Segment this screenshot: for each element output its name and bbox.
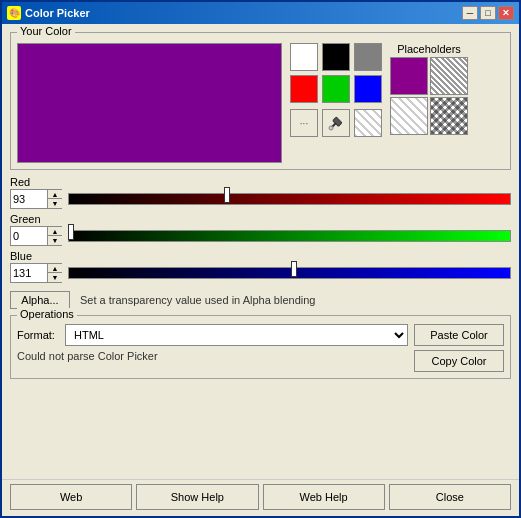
placeholders-area: Placeholders [390, 43, 468, 135]
placeholder-hatched-2[interactable] [390, 97, 428, 135]
red-spin-down[interactable]: ▼ [48, 199, 62, 208]
green-track-container [68, 226, 511, 246]
swatch-row-2 [290, 75, 382, 103]
red-slider-row: 93 ▲ ▼ [10, 189, 511, 209]
green-slider-row: 0 ▲ ▼ [10, 226, 511, 246]
green-label: Green [10, 213, 511, 225]
blue-spin-down[interactable]: ▼ [48, 273, 62, 282]
main-content: Your Color [2, 24, 519, 479]
green-input[interactable]: 0 [11, 227, 47, 245]
format-label: Format: [17, 329, 59, 341]
eyedropper-button[interactable] [322, 109, 350, 137]
red-spin-up[interactable]: ▲ [48, 190, 62, 199]
close-button[interactable]: Close [389, 484, 511, 510]
bottom-bar: Web Show Help Web Help Close [2, 479, 519, 516]
blue-input[interactable]: 131 [11, 264, 47, 282]
format-select[interactable]: HTML RGB HEX HSL [65, 324, 408, 346]
placeholders-label: Placeholders [390, 43, 468, 55]
green-spinner-arrows: ▲ ▼ [47, 227, 62, 245]
swatch-green[interactable] [322, 75, 350, 103]
window-title: Color Picker [25, 7, 90, 19]
copy-color-button[interactable]: Copy Color [414, 350, 504, 372]
blue-spin-up[interactable]: ▲ [48, 264, 62, 273]
green-spin-up[interactable]: ▲ [48, 227, 62, 236]
ops-left: Format: HTML RGB HEX HSL Could not parse… [17, 324, 408, 362]
close-window-button[interactable]: ✕ [498, 6, 514, 20]
green-spinner[interactable]: 0 ▲ ▼ [10, 226, 62, 246]
red-label: Red [10, 176, 511, 188]
more-colors-button[interactable]: ··· [290, 109, 318, 137]
placeholder-hatched-3[interactable] [430, 97, 468, 135]
error-row: Could not parse Color Picker [17, 350, 408, 362]
eyedropper-icon [328, 115, 344, 131]
swatch-black[interactable] [322, 43, 350, 71]
operations-label: Operations [17, 308, 77, 320]
color-picker-window: 🎨 Color Picker ─ □ ✕ Your Color [0, 0, 521, 518]
transparent-button[interactable] [354, 109, 382, 137]
color-preview [17, 43, 282, 163]
format-row: Format: HTML RGB HEX HSL [17, 324, 408, 346]
sliders-section: Red 93 ▲ ▼ [10, 176, 511, 283]
red-spinner[interactable]: 93 ▲ ▼ [10, 189, 62, 209]
operations-group: Operations Format: HTML RGB HEX HSL Coul… [10, 315, 511, 379]
your-color-section: ··· Placeholders [17, 37, 504, 163]
your-color-label: Your Color [17, 25, 75, 37]
restore-button[interactable]: □ [480, 6, 496, 20]
placeholder-hatched-1[interactable] [430, 57, 468, 95]
red-input[interactable]: 93 [11, 190, 47, 208]
blue-spinner[interactable]: 131 ▲ ▼ [10, 263, 62, 283]
alpha-button[interactable]: Alpha... [10, 291, 70, 309]
operations-inner: Format: HTML RGB HEX HSL Could not parse… [17, 320, 504, 372]
blue-slider-group: Blue 131 ▲ ▼ [10, 250, 511, 283]
titlebar-buttons: ─ □ ✕ [462, 6, 514, 20]
placeholders-grid [390, 57, 468, 135]
app-icon: 🎨 [7, 6, 21, 20]
svg-point-2 [329, 126, 333, 130]
swatches-tools: ··· [290, 43, 382, 137]
placeholder-purple[interactable] [390, 57, 428, 95]
minimize-button[interactable]: ─ [462, 6, 478, 20]
your-color-group: Your Color [10, 32, 511, 170]
bottom-tools: ··· [290, 109, 382, 137]
swatch-white[interactable] [290, 43, 318, 71]
web-button[interactable]: Web [10, 484, 132, 510]
swatch-blue[interactable] [354, 75, 382, 103]
swatch-row-1 [290, 43, 382, 71]
blue-track-container [68, 263, 511, 283]
swatch-gray[interactable] [354, 43, 382, 71]
web-help-button[interactable]: Web Help [263, 484, 385, 510]
titlebar-left: 🎨 Color Picker [7, 6, 90, 20]
ops-right: Paste Color Copy Color [414, 324, 504, 372]
alpha-description: Set a transparency value used in Alpha b… [80, 294, 315, 306]
error-text: Could not parse Color Picker [17, 350, 158, 362]
alpha-row: Alpha... Set a transparency value used i… [10, 291, 511, 309]
blue-label: Blue [10, 250, 511, 262]
titlebar: 🎨 Color Picker ─ □ ✕ [2, 2, 519, 24]
red-slider-group: Red 93 ▲ ▼ [10, 176, 511, 209]
blue-slider-row: 131 ▲ ▼ [10, 263, 511, 283]
red-spinner-arrows: ▲ ▼ [47, 190, 62, 208]
green-slider-group: Green 0 ▲ ▼ [10, 213, 511, 246]
red-track-container [68, 189, 511, 209]
swatch-red[interactable] [290, 75, 318, 103]
show-help-button[interactable]: Show Help [136, 484, 258, 510]
paste-color-button[interactable]: Paste Color [414, 324, 504, 346]
blue-spinner-arrows: ▲ ▼ [47, 264, 62, 282]
green-spin-down[interactable]: ▼ [48, 236, 62, 245]
